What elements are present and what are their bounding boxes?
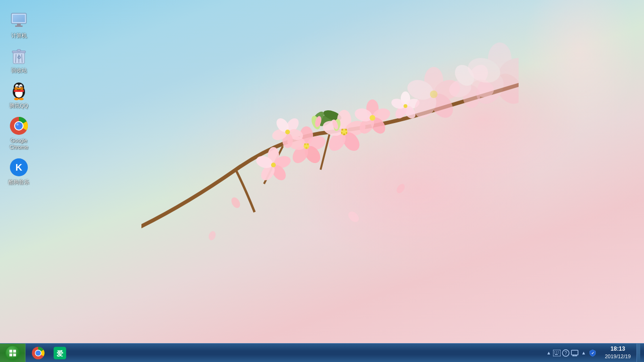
clock-date: 2019/12/19: [605, 353, 631, 360]
svg-rect-97: [14, 90, 24, 92]
qq-label: 腾讯QQ: [9, 102, 28, 109]
recycle-bin-label: 回收站: [11, 67, 27, 74]
svg-line-77: [16, 54, 16, 63]
svg-point-94: [20, 87, 24, 90]
svg-text:♻: ♻: [17, 55, 21, 60]
svg-point-25: [341, 129, 343, 131]
security-tray-icon[interactable]: ✓: [589, 349, 596, 357]
svg-point-92: [17, 88, 20, 90]
svg-text:K: K: [16, 162, 23, 173]
help-tray-icon[interactable]: ?: [562, 349, 570, 357]
kuwo-music-icon[interactable]: K 酷狗音乐: [2, 156, 36, 187]
svg-point-34: [285, 130, 290, 134]
show-desktop-button[interactable]: [636, 344, 640, 362]
qq-icon-img: [9, 82, 28, 100]
svg-point-10: [304, 143, 306, 145]
taskbar-chrome[interactable]: [28, 345, 48, 361]
svg-point-26: [343, 133, 345, 135]
svg-point-27: [346, 132, 347, 134]
taskbar-iqiyi[interactable]: 爱: [50, 345, 70, 361]
svg-point-69: [346, 209, 361, 224]
svg-point-70: [395, 182, 406, 195]
svg-rect-74: [17, 24, 21, 25]
clock[interactable]: 18:13 2019/12/19: [601, 344, 635, 362]
svg-point-67: [230, 196, 242, 210]
svg-rect-106: [9, 354, 12, 356]
svg-point-28: [341, 132, 343, 134]
svg-point-9: [307, 143, 309, 145]
svg-point-46: [404, 104, 407, 108]
taskbar: 爱 ▲: [0, 343, 644, 362]
computer-icon[interactable]: 计算机: [2, 9, 36, 41]
svg-rect-104: [9, 350, 12, 353]
chrome-icon[interactable]: Google Chrome: [2, 115, 36, 153]
svg-text:爱: 爱: [57, 349, 63, 357]
svg-point-93: [15, 87, 18, 90]
svg-point-17: [271, 163, 276, 167]
svg-text:✓: ✓: [591, 351, 594, 355]
kuwo-label: 酷狗音乐: [8, 179, 29, 185]
network-tray-icon[interactable]: [571, 349, 578, 357]
keyboard-tray-icon[interactable]: [553, 349, 561, 357]
svg-point-56: [430, 90, 438, 98]
svg-point-95: [14, 98, 19, 100]
recycle-bin-icon-img: ♻: [9, 46, 28, 65]
chrome-label-2: Chrome: [9, 144, 28, 150]
chrome-label-1: Google: [10, 137, 27, 144]
start-orb: [6, 346, 20, 360]
svg-rect-105: [13, 350, 16, 353]
svg-rect-75: [15, 25, 23, 27]
computer-label: 计算机: [11, 32, 27, 39]
svg-line-79: [22, 54, 22, 63]
svg-point-11: [305, 147, 307, 149]
svg-point-24: [345, 129, 347, 131]
kuwo-icon-img: K: [9, 158, 28, 177]
svg-text:?: ?: [564, 351, 567, 356]
svg-point-100: [15, 122, 23, 130]
clock-time: 18:13: [611, 345, 625, 353]
svg-point-110: [35, 350, 41, 355]
cherry-blossoms: [141, 38, 519, 297]
svg-point-90: [17, 86, 18, 87]
svg-rect-123: [571, 350, 578, 355]
tray-up-arrow[interactable]: ▲: [580, 349, 587, 357]
taskbar-apps: 爱: [25, 344, 543, 362]
svg-point-101: [17, 123, 19, 125]
svg-rect-107: [13, 354, 16, 356]
svg-rect-81: [17, 49, 21, 51]
chrome-icon-img: [9, 116, 28, 135]
tray-icons: ? ▲ ✓: [553, 349, 596, 357]
svg-rect-73: [13, 15, 25, 22]
system-tray: ▲: [543, 344, 644, 362]
desktop-icons: 计算机 ♻ 回收站: [0, 5, 38, 192]
tray-expand-arrow[interactable]: ▲: [546, 350, 551, 355]
recycle-bin-icon[interactable]: ♻ 回收站: [2, 44, 36, 75]
qq-icon[interactable]: 腾讯QQ: [2, 80, 36, 111]
start-button[interactable]: [0, 344, 25, 362]
svg-point-96: [19, 98, 24, 100]
desktop: 计算机 ♻ 回收站: [0, 0, 644, 362]
svg-point-91: [21, 86, 22, 87]
svg-point-68: [207, 230, 217, 241]
computer-icon-img: [9, 11, 28, 30]
svg-point-40: [370, 115, 375, 121]
